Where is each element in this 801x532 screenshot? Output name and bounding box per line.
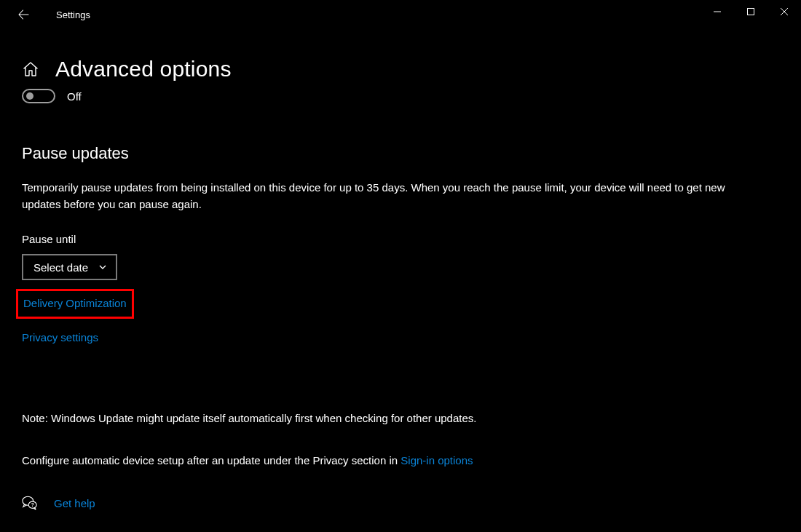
window-controls xyxy=(701,0,801,29)
pause-updates-description: Temporarily pause updates from being ins… xyxy=(22,180,765,213)
svg-rect-1 xyxy=(748,9,754,15)
pause-until-label: Pause until xyxy=(22,233,779,245)
configure-note: Configure automatic device setup after a… xyxy=(22,453,779,469)
windows-update-note: Note: Windows Update might update itself… xyxy=(22,410,779,427)
delivery-optimization-link[interactable]: Delivery Optimization xyxy=(23,297,127,309)
feature-toggle[interactable] xyxy=(22,89,55,103)
toggle-knob xyxy=(26,92,33,100)
home-icon xyxy=(22,60,39,78)
app-title: Settings xyxy=(56,9,90,20)
pause-until-select[interactable]: Select date xyxy=(22,254,117,280)
maximize-button[interactable] xyxy=(734,0,768,23)
content-area: Advanced options Off Pause updates Tempo… xyxy=(0,29,801,511)
svg-text:?: ? xyxy=(31,502,34,507)
maximize-icon xyxy=(746,7,755,16)
home-icon-wrap xyxy=(22,60,39,78)
close-icon xyxy=(780,7,789,16)
privacy-settings-link[interactable]: Privacy settings xyxy=(22,331,779,344)
arrow-left-icon xyxy=(17,8,30,21)
chat-help-icon: ? xyxy=(22,495,38,511)
select-date-label: Select date xyxy=(33,261,88,274)
get-help-link[interactable]: Get help xyxy=(54,497,95,509)
page-title: Advanced options xyxy=(55,57,232,82)
toggle-state-label: Off xyxy=(67,90,82,103)
titlebar: Settings xyxy=(0,0,801,29)
signin-options-link[interactable]: Sign-in options xyxy=(400,454,473,467)
get-help-row: ? Get help xyxy=(22,495,779,511)
chat-icon-wrap: ? xyxy=(22,495,38,511)
page-header: Advanced options xyxy=(22,57,779,82)
close-button[interactable] xyxy=(768,0,801,23)
back-button[interactable] xyxy=(13,4,33,25)
configure-prefix: Configure automatic device setup after a… xyxy=(22,454,400,467)
minimize-icon xyxy=(713,7,722,16)
minimize-button[interactable] xyxy=(701,0,734,23)
toggle-row: Off xyxy=(22,89,779,103)
chevron-down-icon xyxy=(98,263,107,271)
highlight-annotation: Delivery Optimization xyxy=(16,289,134,319)
pause-updates-heading: Pause updates xyxy=(22,144,779,163)
